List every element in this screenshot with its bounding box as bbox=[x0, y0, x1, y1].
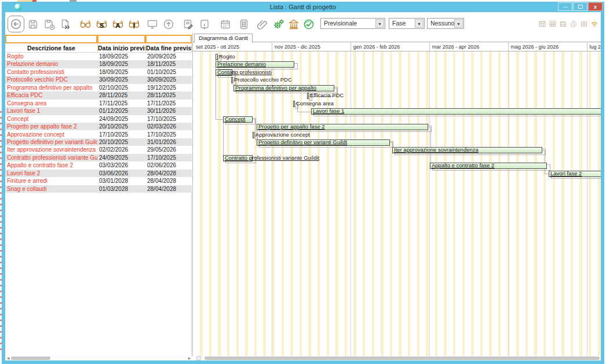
cell-descrizione-fase: Finiture e arredi bbox=[5, 177, 97, 185]
cell-data-inizio: 18/09/2025 bbox=[97, 53, 145, 60]
table-row[interactable]: Consegna area17/11/202517/11/2025 bbox=[5, 100, 192, 107]
upload-button[interactable] bbox=[162, 17, 176, 31]
table-horizontal-scrollbar[interactable]: ◀ ▶ bbox=[6, 356, 192, 361]
filter-descrizione-input[interactable] bbox=[5, 35, 97, 43]
table-row[interactable]: Contatto professionisti18/09/202501/10/2… bbox=[5, 68, 192, 76]
save-add-button[interactable] bbox=[42, 17, 57, 31]
settings-gears-icon bbox=[272, 18, 285, 31]
table-save-icon-button[interactable] bbox=[559, 19, 568, 28]
cell-descrizione-fase: Approvazione concept bbox=[5, 131, 97, 138]
table-grid-icon-button[interactable] bbox=[549, 19, 558, 28]
table-row[interactable]: Progetto per appalto fase 220/10/202502/… bbox=[5, 123, 192, 130]
gantt-bar-label: Appalto e contratto fase 2 bbox=[432, 162, 494, 169]
gantt-bar-label: Iter approvazione sovraintendenza bbox=[394, 146, 479, 153]
level-select[interactable]: Fase ▼ bbox=[389, 18, 425, 29]
cell-data-fine: 18/11/2025 bbox=[145, 60, 192, 68]
table-icon-button[interactable] bbox=[538, 19, 547, 28]
column-header-descrizione-fase[interactable]: Descrizione fase bbox=[5, 44, 97, 53]
cell-data-fine: 28/04/2028 bbox=[145, 170, 192, 177]
cell-data-inizio: 24/09/2025 bbox=[97, 115, 145, 123]
maximize-button[interactable] bbox=[573, 2, 587, 11]
info-button[interactable] bbox=[198, 17, 212, 31]
search-glasses-bar-button[interactable] bbox=[127, 17, 141, 31]
save-button[interactable] bbox=[26, 17, 41, 31]
minimize-button[interactable]: — bbox=[558, 2, 572, 11]
cell-descrizione-fase: Snag e collaudi bbox=[5, 185, 97, 193]
cell-data-fine: 28/04/2028 bbox=[145, 185, 192, 193]
table-row[interactable]: Protocollo vecchio PDC30/09/202530/09/20… bbox=[5, 76, 192, 83]
cell-data-fine: 30/09/2025 bbox=[145, 76, 192, 83]
gantt-bar-label: Rogito bbox=[219, 53, 235, 60]
search-glasses-button[interactable] bbox=[78, 17, 93, 31]
table-row[interactable]: Appalto e contratto fase 203/03/202602/0… bbox=[5, 161, 192, 169]
gantt-milestone[interactable] bbox=[231, 77, 233, 83]
column-header-data-fine[interactable]: Data fine prevista bbox=[145, 44, 192, 53]
filter-data-inizio-input[interactable] bbox=[97, 35, 145, 43]
table-row[interactable]: Efficacia PDC28/11/202528/11/2025 bbox=[5, 91, 192, 99]
edit-list-icon bbox=[182, 18, 195, 31]
back-button[interactable] bbox=[8, 16, 24, 32]
cell-data-inizio: 01/12/2025 bbox=[97, 107, 145, 115]
wifi-icon bbox=[590, 20, 598, 28]
gantt-horizontal-scrollbar[interactable] bbox=[196, 356, 601, 361]
table-row[interactable]: Snag e collaudi01/03/202828/04/2028 bbox=[5, 185, 192, 193]
attachment-button[interactable] bbox=[255, 17, 270, 31]
cell-data-fine: 30/11/2026 bbox=[145, 107, 192, 115]
scrollbar-thumb[interactable] bbox=[11, 356, 50, 360]
gantt-bar-label: Progetto definitivo per varianti Guildt bbox=[258, 139, 347, 146]
cell-descrizione-fase: Progetto per appalto fase 2 bbox=[5, 123, 97, 130]
table-row[interactable]: Prelazione demanio18/09/202518/11/2025 bbox=[5, 60, 192, 68]
gantt-milestone[interactable] bbox=[216, 54, 218, 60]
cell-data-inizio: 24/09/2025 bbox=[97, 154, 145, 161]
globe-check-button[interactable] bbox=[302, 17, 316, 31]
export-document-button[interactable] bbox=[59, 17, 73, 31]
cell-data-inizio: 17/10/2025 bbox=[97, 131, 145, 138]
gantt-milestone[interactable] bbox=[293, 101, 295, 107]
tab-diagramma-di-gantt[interactable]: Diagramma di Gantt bbox=[194, 34, 253, 43]
board-icon bbox=[238, 18, 250, 31]
table-row[interactable]: Approvazione concept17/10/202517/10/2025 bbox=[5, 131, 192, 138]
globe-check-icon bbox=[302, 18, 315, 31]
grouping-select[interactable]: Nessuno ▼ bbox=[427, 18, 464, 29]
filter-data-fine-input[interactable] bbox=[145, 35, 192, 43]
table-row[interactable]: Programma definitivo per appalto02/10/20… bbox=[5, 84, 192, 91]
dependency-connector bbox=[545, 174, 549, 174]
scenario-select[interactable]: Previsionale ▼ bbox=[320, 18, 385, 29]
column-header-data-inizio[interactable]: Data inizio prevista bbox=[97, 44, 145, 53]
monitor-button[interactable] bbox=[145, 17, 160, 31]
scroll-left-arrow-icon[interactable]: ◀ bbox=[6, 356, 10, 361]
gantt-bar-label: Concept bbox=[225, 116, 245, 123]
board-button[interactable] bbox=[237, 17, 251, 31]
dependency-connector bbox=[223, 119, 224, 158]
cells-icon-button[interactable] bbox=[580, 19, 589, 28]
wifi-icon-button[interactable] bbox=[590, 19, 600, 28]
table-row[interactable]: Contratto professionisti variante Guildi… bbox=[5, 154, 192, 161]
table-row[interactable]: Lavori fase 203/06/202628/04/2028 bbox=[5, 170, 192, 177]
scrollbar-thumb[interactable] bbox=[205, 356, 600, 360]
table-row[interactable]: Concept24/09/202517/10/2025 bbox=[5, 115, 192, 123]
edit-list-button[interactable] bbox=[181, 17, 196, 31]
clock-icon-button[interactable] bbox=[570, 19, 579, 28]
scroll-right-arrow-icon[interactable]: ▶ bbox=[187, 356, 192, 361]
chevron-down-icon: ▼ bbox=[454, 19, 463, 28]
gantt-bar[interactable] bbox=[311, 108, 601, 115]
cell-data-inizio: 01/03/2028 bbox=[97, 185, 145, 193]
table-row[interactable]: Lavori fase 101/12/202530/11/2026 bbox=[5, 107, 192, 115]
search-glasses-bar-icon bbox=[127, 17, 141, 31]
settings-gears-button[interactable] bbox=[272, 17, 286, 31]
search-glasses-a-button[interactable]: A bbox=[111, 17, 125, 31]
window-titlebar[interactable]: Lista : Gantt di progetto — x bbox=[2, 2, 604, 12]
table-row[interactable]: Iter approvazione sovraintendenza02/02/2… bbox=[5, 146, 192, 153]
cell-data-fine: 28/04/2028 bbox=[145, 177, 192, 185]
gantt-milestone[interactable] bbox=[307, 93, 309, 99]
table-row[interactable]: Rogito18/09/202520/09/2025 bbox=[5, 53, 192, 60]
table-row[interactable]: Progetto definitivo per varianti Guildt2… bbox=[5, 138, 192, 146]
gantt-milestone[interactable] bbox=[253, 132, 254, 138]
calendar-button[interactable] bbox=[218, 17, 233, 31]
cell-descrizione-fase: Contratto professionisti variante Guildi… bbox=[5, 154, 97, 161]
close-button[interactable]: x bbox=[588, 2, 603, 11]
cell-descrizione-fase: Appalto e contratto fase 2 bbox=[5, 161, 97, 169]
table-row[interactable]: Finiture e arredi03/01/202828/04/2028 bbox=[5, 177, 192, 185]
search-glasses-s-button[interactable]: S bbox=[94, 17, 109, 31]
bank-button[interactable] bbox=[287, 17, 301, 31]
